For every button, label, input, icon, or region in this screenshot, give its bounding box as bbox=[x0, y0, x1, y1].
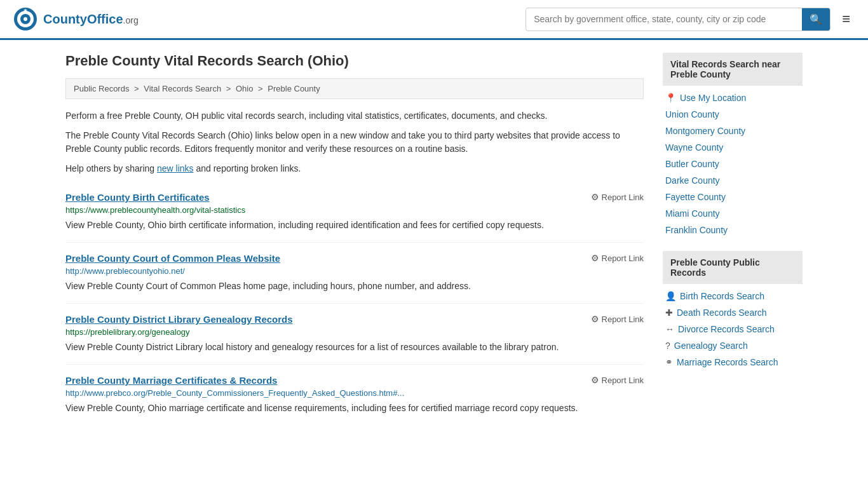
list-item: Fayette County bbox=[663, 189, 803, 205]
description-para3: Help others by sharing new links and rep… bbox=[65, 162, 644, 175]
report-icon: ⚙ bbox=[591, 192, 599, 202]
result-title[interactable]: Preble County Marriage Certificates & Re… bbox=[65, 375, 277, 386]
report-icon: ⚙ bbox=[591, 375, 599, 385]
sidebar-link-montgomery[interactable]: Montgomery County bbox=[665, 126, 745, 136]
logo-icon bbox=[13, 6, 38, 32]
svg-point-3 bbox=[24, 17, 27, 21]
sidebar-link-genealogy[interactable]: Genealogy Search bbox=[674, 341, 748, 351]
result-desc: View Preble County District Library loca… bbox=[65, 341, 644, 354]
use-location-link[interactable]: Use My Location bbox=[680, 93, 746, 103]
report-link[interactable]: ⚙ Report Link bbox=[591, 314, 644, 324]
cross-icon: ✚ bbox=[665, 308, 673, 318]
list-item: Miami County bbox=[663, 205, 803, 222]
public-records-list: 👤 Birth Records Search ✚ Death Records S… bbox=[663, 288, 803, 370]
result-item: Preble County District Library Genealogy… bbox=[65, 304, 644, 365]
result-desc: View Preble County Court of Common Pleas… bbox=[65, 280, 644, 293]
location-pin-icon: 📍 bbox=[665, 93, 676, 103]
result-url[interactable]: https://www.preblecountyhealth.org/vital… bbox=[65, 205, 644, 215]
list-item: Franklin County bbox=[663, 222, 803, 238]
sidebar-link-marriage-records[interactable]: Marriage Records Search bbox=[677, 357, 778, 367]
sidebar-section-nearby: Vital Records Search near Preble County … bbox=[663, 53, 803, 238]
list-item: Darke County bbox=[663, 172, 803, 189]
person-icon: 👤 bbox=[665, 291, 676, 301]
rings-icon: ⚭ bbox=[665, 357, 673, 367]
logo-text: CountyOffice.org bbox=[43, 12, 139, 27]
result-desc: View Preble County, Ohio birth certifica… bbox=[65, 219, 644, 232]
result-url[interactable]: http://www.prebco.org/Preble_County_Comm… bbox=[65, 388, 644, 398]
description-para1: Perform a free Preble County, OH public … bbox=[65, 109, 644, 123]
list-item: Wayne County bbox=[663, 139, 803, 156]
site-header: CountyOffice.org 🔍 ≡ bbox=[0, 0, 868, 40]
content-area: Preble County Vital Records Search (Ohio… bbox=[65, 53, 644, 425]
result-item: Preble County Birth Certificates ⚙ Repor… bbox=[65, 182, 644, 243]
result-title[interactable]: Preble County District Library Genealogy… bbox=[65, 314, 293, 325]
page-title: Preble County Vital Records Search (Ohio… bbox=[65, 53, 644, 69]
search-button[interactable]: 🔍 bbox=[802, 8, 830, 30]
result-item: Preble County Court of Common Pleas Webs… bbox=[65, 243, 644, 304]
sidebar-link-franklin[interactable]: Franklin County bbox=[665, 225, 728, 235]
sidebar-link-union[interactable]: Union County bbox=[665, 109, 719, 119]
main-container: Preble County Vital Records Search (Ohio… bbox=[53, 40, 815, 438]
use-my-location[interactable]: 📍 Use My Location bbox=[663, 90, 803, 106]
result-desc: View Preble County, Ohio marriage certif… bbox=[65, 402, 644, 415]
sidebar: Vital Records Search near Preble County … bbox=[663, 53, 803, 425]
list-item: 👤 Birth Records Search bbox=[663, 288, 803, 304]
list-item: Montgomery County bbox=[663, 123, 803, 139]
sidebar-section2-title: Preble County Public Records bbox=[663, 251, 803, 284]
report-link[interactable]: ⚙ Report Link bbox=[591, 192, 644, 202]
sidebar-section-title: Vital Records Search near Preble County bbox=[663, 53, 803, 86]
result-url[interactable]: https://preblelibrary.org/genealogy bbox=[65, 327, 644, 337]
list-item: ⚭ Marriage Records Search bbox=[663, 354, 803, 370]
sidebar-link-divorce-records[interactable]: Divorce Records Search bbox=[678, 324, 775, 334]
search-bar: 🔍 bbox=[526, 8, 831, 31]
breadcrumb-link-ohio[interactable]: Ohio bbox=[236, 84, 253, 93]
list-item: ✚ Death Records Search bbox=[663, 304, 803, 321]
result-url[interactable]: http://www.preblecountyohio.net/ bbox=[65, 266, 644, 276]
menu-button[interactable]: ≡ bbox=[837, 8, 855, 30]
report-link[interactable]: ⚙ Report Link bbox=[591, 375, 644, 385]
result-item: Preble County Marriage Certificates & Re… bbox=[65, 365, 644, 425]
sidebar-link-death-records[interactable]: Death Records Search bbox=[677, 308, 767, 318]
list-item: ? Genealogy Search bbox=[663, 337, 803, 354]
list-item: Butler County bbox=[663, 156, 803, 172]
breadcrumb: Public Records > Vital Records Search > … bbox=[65, 78, 644, 99]
breadcrumb-link-preble[interactable]: Preble County bbox=[268, 84, 320, 93]
logo-area: CountyOffice.org bbox=[13, 6, 139, 32]
arrows-icon: ↔ bbox=[665, 324, 674, 334]
description-para2: The Preble County Vital Records Search (… bbox=[65, 129, 644, 156]
header-right: 🔍 ≡ bbox=[526, 8, 855, 31]
breadcrumb-link-vital-records[interactable]: Vital Records Search bbox=[144, 84, 221, 93]
sidebar-link-miami[interactable]: Miami County bbox=[665, 208, 720, 219]
sidebar-link-butler[interactable]: Butler County bbox=[665, 159, 719, 169]
sidebar-link-wayne[interactable]: Wayne County bbox=[665, 142, 723, 152]
result-title[interactable]: Preble County Court of Common Pleas Webs… bbox=[65, 253, 280, 264]
sidebar-link-fayette[interactable]: Fayette County bbox=[665, 192, 726, 202]
sidebar-link-birth-records[interactable]: Birth Records Search bbox=[680, 291, 764, 301]
report-icon: ⚙ bbox=[591, 314, 599, 324]
sidebar-link-darke[interactable]: Darke County bbox=[665, 175, 720, 186]
new-links-link[interactable]: new links bbox=[157, 163, 194, 173]
report-icon: ⚙ bbox=[591, 253, 599, 263]
list-item: ↔ Divorce Records Search bbox=[663, 321, 803, 337]
question-icon: ? bbox=[665, 341, 670, 351]
result-title[interactable]: Preble County Birth Certificates bbox=[65, 192, 210, 203]
nearby-counties-list: Union County Montgomery County Wayne Cou… bbox=[663, 106, 803, 238]
report-link[interactable]: ⚙ Report Link bbox=[591, 253, 644, 263]
list-item: Union County bbox=[663, 106, 803, 123]
breadcrumb-link-public-records[interactable]: Public Records bbox=[74, 84, 129, 93]
sidebar-section-public-records: Preble County Public Records 👤 Birth Rec… bbox=[663, 251, 803, 370]
search-input[interactable] bbox=[526, 9, 802, 29]
